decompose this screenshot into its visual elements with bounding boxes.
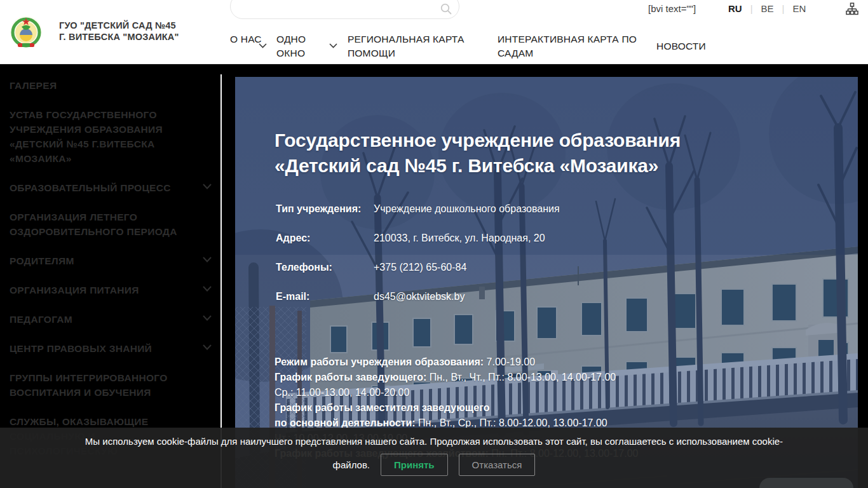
info-row-address: Адрес:210033, г. Витебск, ул. Народная, … xyxy=(276,233,545,244)
search-bar xyxy=(230,0,459,19)
sidebar-item-integrated-groups[interactable]: ГРУППЫ ИНТЕГРИРОВАННОГО ВОСПИТАНИЯ И ОБУ… xyxy=(10,370,213,400)
chevron-down-icon xyxy=(203,286,212,292)
language-switcher: RU | BE | EN xyxy=(728,3,806,14)
info-row-phone: Телефоны:+375 (212) 65-60-84 xyxy=(276,262,466,273)
nav-interactive-map[interactable]: ИНТЕРАКТИВНАЯ КАРТА ПО САДАМ xyxy=(498,32,647,60)
site-title: ГУО "ДЕТСКИЙ САД №45 Г. ВИТЕБСКА "МОЗАИК… xyxy=(59,20,180,43)
schedule-line: График работы заместителя заведующего xyxy=(275,400,638,416)
sidebar-item-legal-center[interactable]: ЦЕНТР ПРАВОВЫХ ЗНАНИЙ xyxy=(10,341,213,356)
schedule-line: График работы заведующего: Пн., Вт., Чт.… xyxy=(275,370,638,385)
lang-separator: | xyxy=(782,3,785,14)
info-row-type: Тип учреждения:Учреждение дошкольного об… xyxy=(276,203,560,215)
chevron-down-icon xyxy=(203,315,212,321)
cookie-message: Мы используем cookie-файлы для наилучшег… xyxy=(0,436,868,447)
nav-regional-map[interactable]: РЕГИОНАЛЬНАЯ КАРТА ПОМОЩИ xyxy=(348,32,475,60)
lang-en[interactable]: EN xyxy=(793,3,806,14)
sidebar-item-charter[interactable]: УСТАВ ГОСУДАРСТВЕННОГО УЧРЕЖДЕНИЯ ОБРАЗО… xyxy=(10,107,213,166)
header: ГУО "ДЕТСКИЙ САД №45 Г. ВИТЕБСКА "МОЗАИК… xyxy=(0,0,868,64)
cookie-message-tail: файлов. xyxy=(333,459,370,470)
coat-of-arms-logo xyxy=(10,15,43,48)
bvi-shortcode-text: [bvi text=""] xyxy=(648,3,696,14)
sidebar-item-gallery[interactable]: ГАЛЕРЕЯ xyxy=(10,78,213,93)
lang-ru[interactable]: RU xyxy=(728,3,742,14)
chevron-down-icon xyxy=(203,344,212,350)
sidebar-item-nutrition[interactable]: ОРГАНИЗАЦИЯ ПИТАНИЯ xyxy=(10,283,213,297)
hero-section: Государственное учреждение образования «… xyxy=(235,77,858,488)
nav-news[interactable]: НОВОСТИ xyxy=(656,39,706,53)
decline-cookies-button[interactable]: Отказаться xyxy=(459,454,536,476)
sidebar-item-summer-period[interactable]: ОРГАНИЗАЦИЯ ЛЕТНЕГО ОЗДОРОВИТЕЛЬНОГО ПЕР… xyxy=(10,210,213,239)
chevron-down-icon xyxy=(203,257,212,262)
chevron-down-icon xyxy=(203,184,212,189)
accept-cookies-button[interactable]: Принять xyxy=(381,454,448,476)
sidebar-item-teachers[interactable]: ПЕДАГОГАМ xyxy=(10,312,213,327)
nav-about[interactable]: О НАС xyxy=(230,32,262,46)
chevron-down-icon xyxy=(329,43,337,48)
sidebar-divider xyxy=(220,74,222,488)
chevron-down-icon xyxy=(259,43,267,48)
sitemap-icon[interactable] xyxy=(846,3,858,15)
corner-widget-button[interactable] xyxy=(759,478,853,488)
info-row-email: E-mail:ds45@oktvitebsk.by xyxy=(276,291,465,302)
cookie-banner: Мы используем cookie-файлы для наилучшег… xyxy=(0,428,868,488)
lang-be[interactable]: BE xyxy=(761,3,774,14)
page-title: Государственное учреждение образования «… xyxy=(275,128,783,179)
nav-one-window[interactable]: ОДНО ОКНО xyxy=(276,32,318,60)
sidebar-item-parents[interactable]: РОДИТЕЛЯМ xyxy=(10,254,213,268)
search-input[interactable] xyxy=(230,0,459,19)
sidebar: ГАЛЕРЕЯ УСТАВ ГОСУДАРСТВЕННОГО УЧРЕЖДЕНИ… xyxy=(0,64,222,488)
lang-separator: | xyxy=(750,3,753,14)
schedule-line: Режим работы учреждения образования: 7.0… xyxy=(275,355,638,370)
sidebar-item-edu-process[interactable]: ОБРАЗОВАТЕЛЬНЫЙ ПРОЦЕСС xyxy=(10,180,213,195)
schedule-line: Ср.: 11.00-13.00, 14.00-20.00 xyxy=(275,385,638,400)
